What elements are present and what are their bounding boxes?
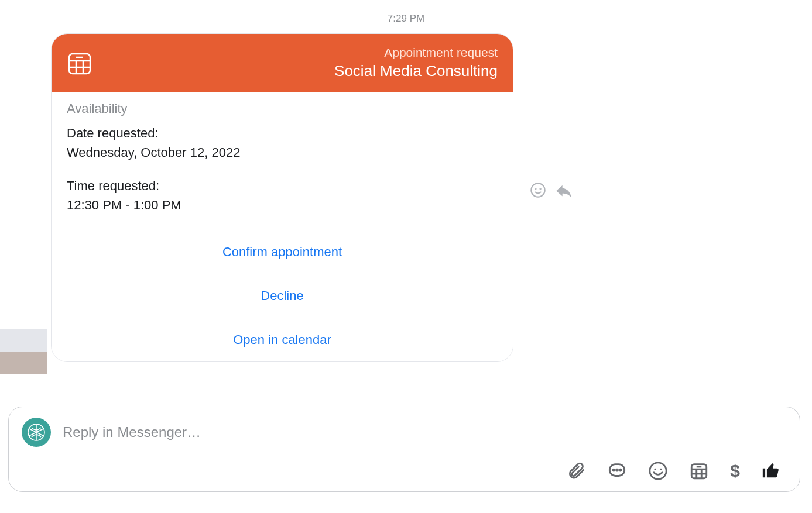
card-title: Social Media Consulting <box>334 62 498 80</box>
svg-point-11 <box>613 469 615 471</box>
svg-point-7 <box>535 188 536 189</box>
reply-arrow-icon[interactable] <box>556 182 572 198</box>
open-in-calendar-button[interactable]: Open in calendar <box>52 318 513 361</box>
avatar-leaf-icon <box>26 422 46 442</box>
date-requested-group: Date requested: Wednesday, October 12, 2… <box>67 123 498 162</box>
reply-input[interactable] <box>63 424 787 440</box>
message-timestamp: 7:29 PM <box>0 0 812 33</box>
saved-replies-icon[interactable] <box>607 461 627 481</box>
avatar-strip-top <box>0 329 47 352</box>
payment-icon[interactable]: $ <box>730 461 740 481</box>
svg-point-13 <box>620 469 622 471</box>
svg-point-14 <box>650 463 666 479</box>
confirm-appointment-button[interactable]: Confirm appointment <box>52 230 513 274</box>
calendar-toolbar-icon[interactable] <box>689 461 709 481</box>
svg-point-8 <box>540 188 541 189</box>
message-actions <box>530 182 572 362</box>
card-subtitle: Appointment request <box>334 46 498 60</box>
decline-button[interactable]: Decline <box>52 274 513 318</box>
card-header-text: Appointment request Social Media Consult… <box>334 46 498 80</box>
message-row: Appointment request Social Media Consult… <box>0 33 812 362</box>
calendar-icon <box>66 49 94 77</box>
user-avatar[interactable] <box>22 418 51 447</box>
date-requested-label: Date requested: <box>67 123 498 143</box>
composer-toolbar: $ <box>22 461 787 481</box>
thumbs-up-icon[interactable] <box>761 461 781 481</box>
availability-label: Availability <box>67 101 498 116</box>
time-requested-group: Time requested: 12:30 PM - 1:00 PM <box>67 176 498 215</box>
card-body: Availability Date requested: Wednesday, … <box>52 92 513 230</box>
time-requested-value: 12:30 PM - 1:00 PM <box>67 195 498 215</box>
svg-point-12 <box>616 469 618 471</box>
svg-point-6 <box>531 183 544 197</box>
avatar-strip-bottom <box>0 352 47 374</box>
emoji-icon[interactable] <box>648 461 668 481</box>
svg-point-16 <box>660 469 662 470</box>
react-smile-icon[interactable] <box>530 182 546 198</box>
attachment-icon[interactable] <box>566 461 586 481</box>
date-requested-value: Wednesday, October 12, 2022 <box>67 143 498 162</box>
time-requested-label: Time requested: <box>67 176 498 195</box>
svg-point-15 <box>655 469 656 470</box>
message-composer: $ <box>8 407 800 492</box>
avatar-strip <box>0 329 47 374</box>
appointment-card: Appointment request Social Media Consult… <box>51 33 513 362</box>
composer-top-row <box>22 418 787 447</box>
card-header: Appointment request Social Media Consult… <box>52 34 513 92</box>
